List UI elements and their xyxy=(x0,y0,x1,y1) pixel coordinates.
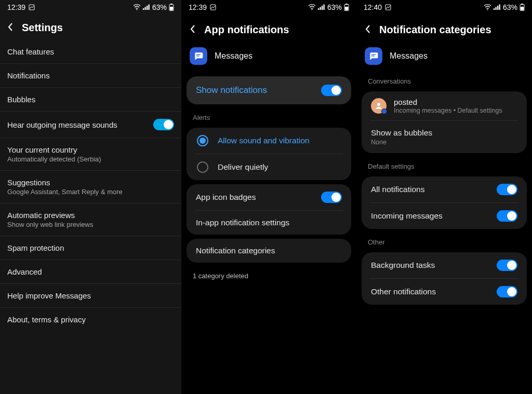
toggle-background-tasks[interactable] xyxy=(497,260,517,271)
messages-app-icon xyxy=(365,47,382,65)
radio-icon xyxy=(197,135,208,146)
screen-notification-categories: 12:40 63% Notification categories Messag… xyxy=(356,0,532,394)
svg-rect-28 xyxy=(521,7,524,10)
svg-rect-8 xyxy=(170,7,173,10)
svg-rect-3 xyxy=(144,7,145,10)
toggle-hear-outgoing[interactable] xyxy=(153,119,174,130)
row-notification-categories[interactable]: Notification categories xyxy=(187,239,351,263)
section-other: Other xyxy=(356,233,532,248)
app-identifier[interactable]: Messages xyxy=(181,44,356,72)
posted-title: posted xyxy=(394,98,502,106)
wifi-icon xyxy=(308,4,316,10)
battery-icon xyxy=(169,4,174,11)
svg-rect-14 xyxy=(323,5,324,10)
toggle-incoming-messages[interactable] xyxy=(497,210,517,222)
picture-icon xyxy=(210,4,216,10)
row-incoming-messages[interactable]: Incoming messages xyxy=(362,203,527,229)
row-posted[interactable]: posted Incoming messages • Default setti… xyxy=(362,91,527,120)
radio-allow-sound[interactable]: Allow sound and vibration xyxy=(187,128,351,154)
svg-rect-29 xyxy=(371,55,376,55)
row-show-notifications[interactable]: Show notifications xyxy=(187,76,351,104)
item-about-terms[interactable]: About, terms & privacy xyxy=(0,308,181,331)
row-in-app-settings[interactable]: In-app notification settings xyxy=(187,211,351,235)
svg-rect-24 xyxy=(497,6,498,10)
wifi-icon xyxy=(484,4,491,10)
screen-app-notifications: 12:39 63% App notifications Messages Sho… xyxy=(181,0,356,394)
header: Notification categories xyxy=(356,13,532,44)
battery-icon xyxy=(344,4,349,11)
card-alerts: Allow sound and vibration Deliver quietl… xyxy=(187,128,351,180)
toggle-app-icon-badges[interactable] xyxy=(321,192,342,203)
svg-rect-12 xyxy=(320,7,321,10)
toggle-all-notifications[interactable] xyxy=(497,184,517,195)
item-suggestions[interactable]: Suggestions Google Assistant, Smart Repl… xyxy=(0,171,181,203)
status-time: 12:40 xyxy=(364,3,382,11)
screen-settings: 12:39 63% Settings Chat features Notific… xyxy=(0,0,181,394)
signal-icon xyxy=(143,4,150,10)
header: App notifications xyxy=(181,13,356,44)
status-bar: 12:39 63% xyxy=(0,0,181,13)
app-name: Messages xyxy=(390,51,428,61)
item-spam-protection[interactable]: Spam protection xyxy=(0,236,181,260)
item-current-country[interactable]: Your current country Automatically detec… xyxy=(0,138,181,171)
section-alerts: Alerts xyxy=(181,108,356,124)
battery-percent: 63% xyxy=(152,3,167,11)
radio-icon xyxy=(197,161,208,173)
svg-rect-18 xyxy=(196,55,201,55)
status-time: 12:39 xyxy=(7,3,25,11)
card-default-settings: All notifications Incoming messages xyxy=(362,176,527,229)
row-background-tasks[interactable]: Background tasks xyxy=(362,252,527,278)
item-chat-features[interactable]: Chat features xyxy=(0,40,181,64)
contact-avatar xyxy=(371,98,387,114)
row-all-notifications[interactable]: All notifications xyxy=(362,176,527,202)
section-default-settings: Default settings xyxy=(356,157,532,172)
radio-deliver-quietly[interactable]: Deliver quietly xyxy=(187,154,351,180)
row-app-icon-badges[interactable]: App icon badges xyxy=(187,184,351,210)
settings-list: Chat features Notifications Bubbles Hear… xyxy=(0,40,181,331)
card-notification-categories: Notification categories xyxy=(187,239,351,263)
app-badge-icon xyxy=(381,108,387,114)
page-title: Settings xyxy=(22,22,63,34)
picture-icon xyxy=(385,4,391,10)
item-notifications[interactable]: Notifications xyxy=(0,64,181,88)
svg-point-10 xyxy=(311,9,312,10)
battery-percent: 63% xyxy=(503,3,517,11)
svg-point-21 xyxy=(487,9,488,10)
back-button[interactable] xyxy=(7,22,14,34)
battery-icon xyxy=(520,4,525,11)
page-title: Notification categories xyxy=(379,24,491,36)
section-conversations: Conversations xyxy=(356,72,532,87)
row-show-as-bubbles[interactable]: Show as bubbles None xyxy=(362,121,527,153)
footnote-deleted: 1 category deleted xyxy=(181,267,356,285)
row-other-notifications[interactable]: Other notifications xyxy=(362,279,527,305)
svg-point-31 xyxy=(377,103,380,106)
app-identifier[interactable]: Messages xyxy=(356,44,532,72)
status-time: 12:39 xyxy=(189,3,207,11)
item-automatic-previews[interactable]: Automatic previews Show only web link pr… xyxy=(0,203,181,236)
item-advanced[interactable]: Advanced xyxy=(0,260,181,284)
svg-rect-4 xyxy=(147,6,148,10)
status-bar: 12:39 63% xyxy=(181,0,356,13)
svg-rect-11 xyxy=(318,8,319,10)
svg-rect-2 xyxy=(143,8,144,10)
back-button[interactable] xyxy=(190,24,196,36)
svg-rect-17 xyxy=(345,7,348,10)
svg-rect-5 xyxy=(148,5,149,10)
posted-sub: Incoming messages • Default settings xyxy=(394,107,502,114)
page-title: App notifications xyxy=(204,24,289,36)
item-help-improve[interactable]: Help improve Messages xyxy=(0,284,181,308)
svg-point-1 xyxy=(136,9,137,10)
item-bubbles[interactable]: Bubbles xyxy=(0,88,181,112)
toggle-other-notifications[interactable] xyxy=(497,286,517,297)
messages-app-icon xyxy=(190,47,207,65)
item-hear-outgoing-sounds[interactable]: Hear outgoing message sounds xyxy=(0,112,181,138)
signal-icon xyxy=(318,4,325,10)
svg-rect-30 xyxy=(371,56,375,56)
svg-rect-13 xyxy=(322,6,323,10)
wifi-icon xyxy=(133,4,141,10)
svg-rect-22 xyxy=(494,8,495,10)
card-badges-settings: App icon badges In-app notification sett… xyxy=(187,184,351,235)
back-button[interactable] xyxy=(365,24,371,36)
toggle-show-notifications[interactable] xyxy=(321,85,342,96)
battery-percent: 63% xyxy=(327,3,342,11)
